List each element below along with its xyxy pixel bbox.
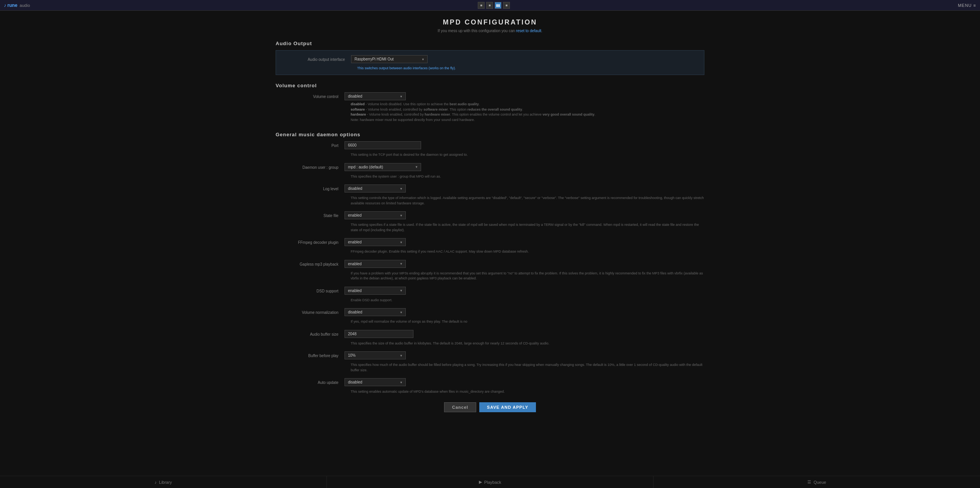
- gapless-label: Gapless mp3 playback: [276, 260, 345, 266]
- queue-icon: ☰: [807, 480, 811, 485]
- audio-output-card: Audio output interface RaspberryPi HDMI …: [276, 50, 704, 75]
- auto-update-desc: This setting enables automatic update of…: [276, 389, 704, 395]
- buffer-size-input[interactable]: 2048: [345, 330, 413, 338]
- state-file-select-wrapper: enabled disabled: [345, 211, 406, 219]
- vol-norm-label: Volume normalization: [276, 308, 345, 315]
- next-button[interactable]: ■: [503, 2, 510, 9]
- daemon-user-desc: This specifies the system user : group t…: [276, 174, 704, 180]
- audio-output-interface-hint: This switches output between audio inter…: [282, 66, 698, 70]
- logo-icon: ♪: [4, 3, 6, 8]
- topbar-left: ♪ rune audio: [4, 3, 30, 8]
- gapless-select[interactable]: enabled disabled: [345, 260, 406, 268]
- volume-control-desc: disabled - Volume knob disabled. Use thi…: [351, 102, 704, 122]
- playback-label: Playback: [484, 480, 501, 485]
- volume-control-row: Volume control disabled software hardwar…: [276, 92, 704, 100]
- buffer-size-control: 2048: [345, 330, 704, 338]
- vol-norm-select-wrapper: disabled enabled: [345, 308, 406, 316]
- auto-update-select[interactable]: disabled enabled: [345, 378, 406, 386]
- audio-output-interface-select[interactable]: RaspberryPi HDMI Out Default Other: [351, 55, 428, 63]
- vol-norm-control: disabled enabled: [345, 308, 704, 316]
- audio-output-interface-row: Audio output interface RaspberryPi HDMI …: [282, 55, 698, 63]
- library-icon: ♪: [155, 480, 157, 485]
- save-button[interactable]: SAVE AND APPLY: [479, 402, 536, 412]
- audio-output-interface-select-wrapper: RaspberryPi HDMI Out Default Other: [351, 55, 428, 63]
- volume-control-desc-block: disabled - Volume knob disabled. Use thi…: [276, 102, 704, 122]
- pause-button[interactable]: ▮▮: [495, 2, 501, 9]
- general-section-title: General music daemon options: [276, 132, 704, 137]
- log-level-desc: This setting controls the type of inform…: [276, 196, 704, 206]
- buffer-play-row: Buffer before play 10% 5% 20% 30%: [276, 351, 704, 359]
- gapless-select-wrapper: enabled disabled: [345, 260, 406, 268]
- stop-button-2[interactable]: ■: [486, 2, 493, 9]
- ffmpeg-label: FFmpeg decoder plugin: [276, 238, 345, 245]
- cancel-button[interactable]: Cancel: [444, 402, 476, 412]
- dsd-select-wrapper: enabled disabled: [345, 287, 406, 295]
- daemon-user-label: Daemon user : group: [276, 163, 345, 170]
- ffmpeg-select[interactable]: enabled disabled: [345, 238, 406, 246]
- dsd-control: enabled disabled: [345, 287, 704, 295]
- state-file-label: State file: [276, 211, 345, 218]
- playback-controls: ■ ■ ▮▮ ■: [478, 2, 510, 9]
- buffer-size-label: Audio buffer size: [276, 330, 345, 336]
- queue-label: Queue: [813, 480, 826, 485]
- buffer-size-row: Audio buffer size 2048: [276, 330, 704, 338]
- ffmpeg-desc: FFmpeg decoder plugin. Enable this setti…: [276, 249, 704, 255]
- state-file-row: State file enabled disabled: [276, 211, 704, 219]
- log-level-label: Log level: [276, 184, 345, 191]
- nav-library[interactable]: ♪ Library: [0, 476, 327, 488]
- log-level-select[interactable]: disabled default secure verbose: [345, 184, 406, 193]
- dsd-label: DSD support: [276, 287, 345, 293]
- audio-output-interface-label: Audio output interface: [282, 55, 351, 62]
- buffer-size-desc: This specifies the size of the audio buf…: [276, 341, 704, 346]
- audio-output-interface-control: RaspberryPi HDMI Out Default Other: [351, 55, 698, 63]
- volume-control-select[interactable]: disabled software hardware: [345, 92, 406, 100]
- gapless-control: enabled disabled: [345, 260, 704, 268]
- daemon-user-select[interactable]: mpd : audio (default) mpd : mpd root : r…: [345, 163, 421, 171]
- vol-norm-select[interactable]: disabled enabled: [345, 308, 406, 316]
- menu-button[interactable]: MENU ≡: [958, 3, 976, 8]
- state-file-desc: This setting specifies if a state file i…: [276, 222, 704, 233]
- ffmpeg-select-wrapper: enabled disabled: [345, 238, 406, 246]
- buffer-play-label: Buffer before play: [276, 351, 345, 358]
- log-level-control: disabled default secure verbose: [345, 184, 704, 193]
- playback-icon: ▶: [479, 480, 482, 485]
- port-input[interactable]: 6600: [345, 141, 421, 149]
- daemon-user-select-wrapper: mpd : audio (default) mpd : mpd root : r…: [345, 163, 421, 171]
- log-level-row: Log level disabled default secure verbos…: [276, 184, 704, 193]
- audio-output-section-title: Audio Output: [276, 41, 704, 46]
- state-file-control: enabled disabled: [345, 211, 704, 219]
- dsd-select[interactable]: enabled disabled: [345, 287, 406, 295]
- buffer-play-control: 10% 5% 20% 30%: [345, 351, 704, 359]
- page-subtitle: If you mess up with this configuration y…: [276, 29, 704, 33]
- reset-link[interactable]: reset to default: [516, 29, 541, 33]
- buffer-play-desc: This specifies how much of the audio buf…: [276, 362, 704, 373]
- port-desc: This setting is the TCP port that is des…: [276, 152, 704, 158]
- buffer-play-select[interactable]: 10% 5% 20% 30%: [345, 351, 406, 359]
- volume-control-control: disabled software hardware: [345, 92, 704, 100]
- dsd-row: DSD support enabled disabled: [276, 287, 704, 295]
- bottom-nav: ♪ Library ▶ Playback ☰ Queue: [0, 476, 980, 488]
- logo: ♪ rune: [4, 3, 17, 8]
- nav-playback[interactable]: ▶ Playback: [327, 476, 654, 488]
- page-title: MPD CONFIGURATION: [276, 18, 704, 26]
- app-name: audio: [20, 3, 30, 8]
- auto-update-control: disabled enabled: [345, 378, 704, 386]
- nav-queue[interactable]: ☰ Queue: [653, 476, 980, 488]
- ffmpeg-row: FFmpeg decoder plugin enabled disabled: [276, 238, 704, 246]
- vol-norm-row: Volume normalization disabled enabled: [276, 308, 704, 316]
- auto-update-row: Auto update disabled enabled: [276, 378, 704, 386]
- vol-norm-desc: If yes, mpd will normalize the volume of…: [276, 319, 704, 325]
- library-label: Library: [159, 480, 172, 485]
- gapless-desc: If you have a problem with your MP3s end…: [276, 271, 704, 281]
- dsd-desc: Enable DSD audio support.: [276, 298, 704, 303]
- port-control: 6600: [345, 141, 704, 149]
- buffer-play-select-wrapper: 10% 5% 20% 30%: [345, 351, 406, 359]
- daemon-user-row: Daemon user : group mpd : audio (default…: [276, 163, 704, 171]
- stop-button[interactable]: ■: [478, 2, 485, 9]
- daemon-user-control: mpd : audio (default) mpd : mpd root : r…: [345, 163, 704, 171]
- state-file-select[interactable]: enabled disabled: [345, 211, 406, 219]
- topbar: ♪ rune audio ■ ■ ▮▮ ■ MENU ≡: [0, 0, 980, 11]
- volume-control-section-title: Volume control: [276, 83, 704, 88]
- port-label: Port: [276, 141, 345, 148]
- log-level-select-wrapper: disabled default secure verbose: [345, 184, 406, 193]
